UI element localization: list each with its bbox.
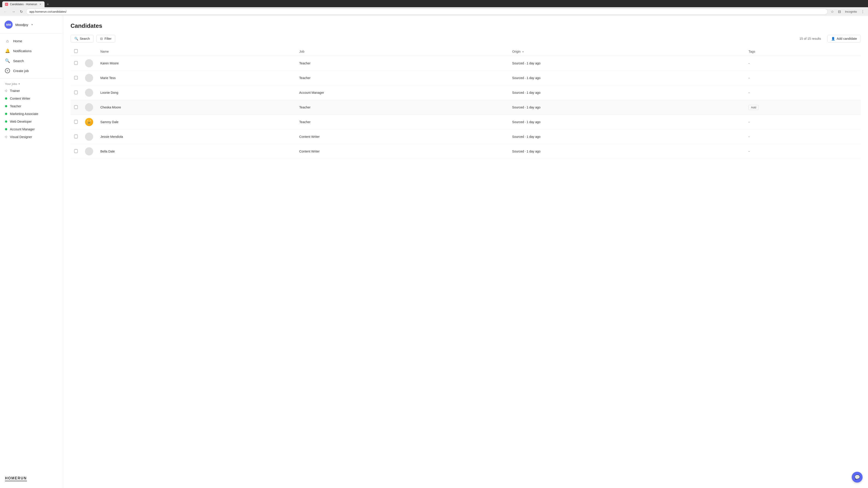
- sidebar-job-marketing-associate[interactable]: Marketing Associate: [0, 110, 63, 118]
- candidate-name: Marie Tess: [97, 71, 296, 86]
- header-job[interactable]: Job: [296, 47, 508, 56]
- account-manager-label: Account Manager: [10, 127, 35, 131]
- search-button[interactable]: 🔍 Search: [70, 35, 94, 42]
- candidate-name: Cheska Moore: [97, 100, 296, 115]
- chat-bubble-button[interactable]: 💬: [852, 472, 863, 483]
- row-avatar-cell: [81, 86, 97, 100]
- candidate-job: Teacher: [296, 56, 508, 71]
- add-candidate-icon: 👤: [831, 37, 835, 40]
- row-checkbox[interactable]: [74, 105, 78, 109]
- row-checkbox[interactable]: [74, 149, 78, 153]
- row-avatar-cell: [81, 129, 97, 144]
- search-icon: 🔍: [74, 37, 78, 40]
- add-candidate-button[interactable]: 👤 Add candidate: [827, 35, 861, 42]
- candidate-origin: Sourced · 1 day ago: [508, 129, 745, 144]
- table-row[interactable]: Marie Tess Teacher Sourced · 1 day ago -: [70, 71, 861, 86]
- search-nav-icon: 🔍: [5, 58, 10, 63]
- web-developer-status-dot: [5, 121, 7, 123]
- add-candidate-label: Add candidate: [837, 37, 857, 40]
- sidebar-job-visual-designer[interactable]: Visual Designer: [0, 133, 63, 141]
- candidate-origin: Sourced · 1 day ago: [508, 86, 745, 100]
- table-row[interactable]: Jessie Mendiola Content Writer Sourced ·…: [70, 129, 861, 144]
- candidate-tags: -: [745, 86, 861, 100]
- candidate-job: Content Writer: [296, 129, 508, 144]
- sidebar-item-search[interactable]: 🔍 Search: [0, 56, 63, 66]
- tab-favicon: H: [5, 3, 8, 6]
- candidate-origin: Sourced · 1 day ago: [508, 144, 745, 159]
- candidate-name: Loonie Dong: [97, 86, 296, 100]
- candidate-job: Teacher: [296, 115, 508, 129]
- candidate-job: Teacher: [296, 100, 508, 115]
- new-tab-button[interactable]: +: [45, 1, 51, 7]
- your-jobs-section[interactable]: Your jobs ▾: [0, 79, 63, 87]
- candidate-avatar: 😸: [85, 118, 93, 126]
- row-checkbox-cell: [70, 71, 81, 86]
- row-checkbox-cell: [70, 100, 81, 115]
- add-tag-button[interactable]: Add: [748, 105, 758, 110]
- sidebar-job-account-manager[interactable]: Account Manager: [0, 125, 63, 133]
- candidate-tags: -: [745, 115, 861, 129]
- create-job-icon: +: [5, 68, 10, 73]
- sidebar-job-web-developer[interactable]: Web Developer: [0, 118, 63, 125]
- filter-button[interactable]: ⊟ Filter: [96, 35, 115, 42]
- incognito-label: Incognito: [844, 9, 858, 14]
- user-name: Moodjoy: [16, 23, 28, 27]
- home-icon: ⌂: [5, 39, 10, 43]
- table-row[interactable]: Loonie Dong Account Manager Sourced · 1 …: [70, 86, 861, 100]
- menu-icon[interactable]: ⋮: [860, 9, 866, 14]
- origin-label: Origin: [512, 50, 521, 53]
- header-tags[interactable]: Tags: [745, 47, 861, 56]
- active-tab[interactable]: H Candidates · Homerun ×: [2, 1, 44, 7]
- sidebar-item-create-job[interactable]: + Create job: [0, 66, 63, 76]
- row-checkbox[interactable]: [74, 61, 78, 65]
- row-checkbox[interactable]: [74, 91, 78, 94]
- address-bar[interactable]: app.homerun.co/candidates/: [26, 8, 828, 15]
- origin-sort-icon: ▾: [522, 51, 524, 53]
- row-avatar-cell: 😸: [81, 115, 97, 129]
- user-dropdown-chevron[interactable]: ▾: [31, 23, 33, 26]
- results-count: 15 of 15 results: [800, 37, 821, 40]
- select-all-checkbox[interactable]: [74, 49, 78, 53]
- sidebar-nav: ⌂ Home 🔔 Notifications 🔍 Search + Create…: [0, 34, 63, 77]
- candidate-tags: Add: [745, 100, 861, 115]
- candidate-job: Teacher: [296, 71, 508, 86]
- row-checkbox[interactable]: [74, 135, 78, 138]
- filter-button-label: Filter: [104, 37, 112, 40]
- forward-button[interactable]: →: [10, 9, 17, 14]
- candidate-avatar: [85, 74, 93, 82]
- sidebar-job-content-writer[interactable]: Content Writer: [0, 95, 63, 102]
- trainer-label: Trainer: [10, 89, 20, 93]
- back-button[interactable]: ←: [2, 9, 8, 14]
- layout-icon[interactable]: ⊟: [837, 9, 842, 14]
- candidate-origin: Sourced · 1 day ago: [508, 115, 745, 129]
- table-row[interactable]: Cheska Moore Teacher Sourced · 1 day ago…: [70, 100, 861, 115]
- candidate-avatar: [85, 103, 93, 111]
- user-avatar: MM: [4, 21, 13, 29]
- main-content: Candidates 🔍 Search ⊟ Filter 15 of 15 re…: [63, 16, 868, 488]
- account-manager-status-dot: [5, 128, 7, 130]
- candidate-name: Bella Dale: [97, 144, 296, 159]
- sidebar-item-notifications[interactable]: 🔔 Notifications: [0, 46, 63, 56]
- row-checkbox[interactable]: [74, 76, 78, 79]
- content-writer-status-dot: [5, 97, 7, 100]
- sidebar-job-trainer[interactable]: Trainer: [0, 87, 63, 95]
- row-avatar-cell: [81, 144, 97, 159]
- table-row[interactable]: Bella Dale Content Writer Sourced · 1 da…: [70, 144, 861, 159]
- header-origin[interactable]: Origin ▾: [508, 47, 745, 56]
- table-row[interactable]: 😸 Sammy Dale Teacher Sourced · 1 day ago…: [70, 115, 861, 129]
- sidebar-logo: HOMERUN: [0, 472, 63, 484]
- header-name[interactable]: Name: [97, 47, 296, 56]
- row-checkbox[interactable]: [74, 120, 78, 124]
- sidebar-item-home[interactable]: ⌂ Home: [0, 36, 63, 46]
- content-writer-label: Content Writer: [10, 97, 30, 100]
- sidebar-job-teacher[interactable]: Teacher: [0, 102, 63, 110]
- tab-close-button[interactable]: ×: [39, 3, 42, 6]
- star-icon[interactable]: ☆: [830, 9, 835, 14]
- candidates-toolbar: 🔍 Search ⊟ Filter 15 of 15 results 👤 Add…: [70, 35, 861, 42]
- app-layout: MM Moodjoy ▾ ⌂ Home 🔔 Notifications 🔍 Se…: [0, 16, 868, 488]
- reload-button[interactable]: ↻: [19, 9, 24, 14]
- filter-icon: ⊟: [100, 37, 103, 40]
- table-row[interactable]: Karen Moore Teacher Sourced · 1 day ago …: [70, 56, 861, 71]
- candidate-tags: -: [745, 129, 861, 144]
- search-button-label: Search: [80, 37, 90, 40]
